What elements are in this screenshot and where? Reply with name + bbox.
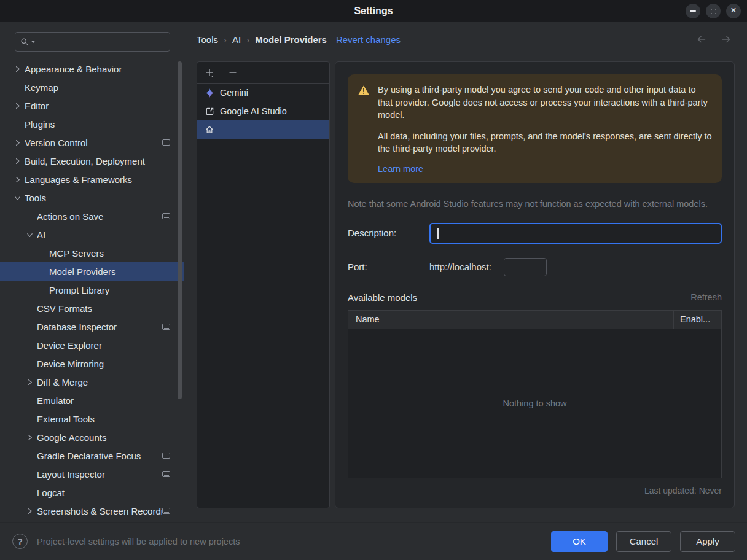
sidebar-item-appearance-behavior[interactable]: Appearance & Behavior (0, 60, 184, 78)
column-header-name[interactable]: Name (348, 311, 674, 329)
tree-indent (10, 119, 25, 129)
provider-list-toolbar (197, 62, 329, 84)
sidebar-item-gradle-declarative-focus[interactable]: Gradle Declarative Focus (0, 446, 184, 465)
sidebar-item-label: MCP Servers (49, 248, 184, 259)
sidebar-item-logcat[interactable]: Logcat (0, 483, 184, 502)
sidebar-item-prompt-library[interactable]: Prompt Library (0, 281, 184, 299)
column-header-enabled[interactable]: Enabl... (674, 311, 721, 329)
breadcrumb-item-ai[interactable]: AI (232, 34, 241, 45)
sidebar-item-build-execution-deployment[interactable]: Build, Execution, Deployment (0, 152, 184, 170)
remove-provider-button[interactable] (225, 65, 240, 80)
sidebar-item-label: Google Accounts (37, 432, 184, 443)
breadcrumb-item-model-providers[interactable]: Model Providers (255, 34, 327, 45)
provider-item-new-provider[interactable] (197, 120, 329, 139)
back-arrow-icon[interactable] (695, 34, 708, 45)
breadcrumb-item-tools[interactable]: Tools (197, 34, 218, 45)
search-input[interactable] (37, 37, 165, 47)
help-icon[interactable]: ? (12, 534, 28, 549)
sidebar-item-label: CSV Formats (37, 303, 184, 314)
available-models-row: Available models Refresh (348, 292, 722, 303)
localhost-prefix: http://localhost: (429, 262, 491, 272)
sidebar-item-label: Device Explorer (37, 340, 184, 351)
minimize-button[interactable] (686, 4, 700, 18)
breadcrumb: Tools›AI›Model Providers (197, 34, 327, 45)
refresh-button[interactable]: Refresh (690, 292, 722, 302)
chevron-right-icon[interactable] (10, 138, 25, 147)
breadcrumb-row: Tools›AI›Model Providers Revert changes (184, 22, 747, 56)
sidebar-item-label: Version Control (25, 138, 162, 148)
sidebar-item-model-providers[interactable]: Model Providers (0, 262, 184, 281)
sidebar-item-ai[interactable]: AI (0, 225, 184, 244)
available-models-label: Available models (348, 292, 417, 303)
learn-more-link[interactable]: Learn more (378, 164, 423, 174)
sidebar-item-label: Screenshots & Screen Recordi (37, 506, 162, 516)
sidebar-item-database-inspector[interactable]: Database Inspector (0, 317, 184, 336)
cancel-button[interactable]: Cancel (616, 531, 671, 552)
settings-dialog-body: Appearance & BehaviorKeymapEditorPlugins… (0, 22, 747, 522)
sidebar-item-tools[interactable]: Tools (0, 189, 184, 207)
close-button[interactable]: × (726, 4, 741, 18)
sidebar-item-screenshots-screen-recordi[interactable]: Screenshots & Screen Recordi (0, 502, 184, 520)
tree-indent (22, 395, 37, 405)
sidebar-item-label: Database Inspector (37, 322, 162, 332)
sidebar-item-editor[interactable]: Editor (0, 96, 184, 115)
sidebar-item-layout-inspector[interactable]: Layout Inspector (0, 465, 184, 483)
sidebar-item-label: AI (37, 230, 184, 240)
maximize-icon (711, 9, 716, 14)
provider-item-google-ai-studio[interactable]: Google AI Studio (197, 102, 329, 120)
google-ai-studio-icon (205, 106, 214, 116)
sidebar-scrollbar[interactable] (178, 61, 182, 399)
provider-item-gemini[interactable]: Gemini (197, 84, 329, 102)
tree-indent (34, 266, 49, 276)
sidebar-item-label: Gradle Declarative Focus (37, 451, 162, 461)
sidebar-item-version-control[interactable]: Version Control (0, 133, 184, 152)
revert-changes-link[interactable]: Revert changes (336, 34, 401, 45)
sidebar-item-mcp-servers[interactable]: MCP Servers (0, 244, 184, 262)
port-row: Port: http://localhost: (348, 258, 722, 276)
sidebar-item-device-explorer[interactable]: Device Explorer (0, 336, 184, 354)
chevron-right-icon[interactable] (10, 64, 25, 74)
settings-tree: Appearance & BehaviorKeymapEditorPlugins… (0, 60, 184, 520)
maximize-button[interactable] (706, 4, 721, 18)
sidebar-item-plugins[interactable]: Plugins (0, 115, 184, 133)
forward-arrow-icon[interactable] (720, 34, 732, 45)
tree-indent (34, 248, 49, 258)
sidebar-item-actions-on-save[interactable]: Actions on Save (0, 207, 184, 225)
settings-sidebar: Appearance & BehaviorKeymapEditorPlugins… (0, 22, 184, 522)
sidebar-item-label: Keymap (25, 82, 184, 93)
settings-search-box[interactable] (15, 32, 170, 52)
external-models-note: Note that some Android Studio features m… (348, 199, 722, 209)
sidebar-item-diff-merge[interactable]: Diff & Merge (0, 373, 184, 391)
models-table: Name Enabl... Nothing to show (348, 310, 722, 478)
description-input[interactable] (431, 224, 721, 243)
add-provider-button[interactable] (202, 65, 217, 80)
sidebar-item-external-tools[interactable]: External Tools (0, 410, 184, 428)
warning-icon (358, 84, 370, 174)
home-icon (205, 125, 214, 134)
screen-badge-icon (162, 471, 170, 477)
sidebar-item-label: Build, Execution, Deployment (25, 156, 184, 166)
sidebar-item-device-mirroring[interactable]: Device Mirroring (0, 354, 184, 373)
tree-indent (22, 488, 37, 497)
port-input[interactable] (504, 258, 547, 276)
chevron-right-icon[interactable] (22, 506, 37, 516)
chevron-down-icon[interactable] (10, 193, 25, 203)
screen-badge-icon (162, 213, 170, 219)
chevron-right-icon[interactable] (10, 156, 25, 166)
chevron-right-icon[interactable] (22, 377, 37, 387)
chevron-right-icon[interactable] (22, 432, 37, 442)
provider-item-label: Gemini (220, 88, 248, 98)
chevron-right-icon[interactable] (10, 174, 25, 184)
sidebar-item-languages-frameworks[interactable]: Languages & Frameworks (0, 170, 184, 189)
chevron-right-icon[interactable] (10, 101, 25, 111)
sidebar-item-keymap[interactable]: Keymap (0, 78, 184, 96)
apply-button[interactable]: Apply (680, 531, 735, 552)
chevron-down-icon[interactable] (22, 230, 37, 239)
warning-text: By using a third-party model you agree t… (378, 84, 712, 174)
sidebar-item-google-accounts[interactable]: Google Accounts (0, 428, 184, 446)
sidebar-item-emulator[interactable]: Emulator (0, 391, 184, 410)
search-history-chevron-icon[interactable] (31, 39, 36, 44)
screen-badge-icon (162, 453, 170, 459)
sidebar-item-csv-formats[interactable]: CSV Formats (0, 299, 184, 317)
ok-button[interactable]: OK (551, 531, 608, 552)
